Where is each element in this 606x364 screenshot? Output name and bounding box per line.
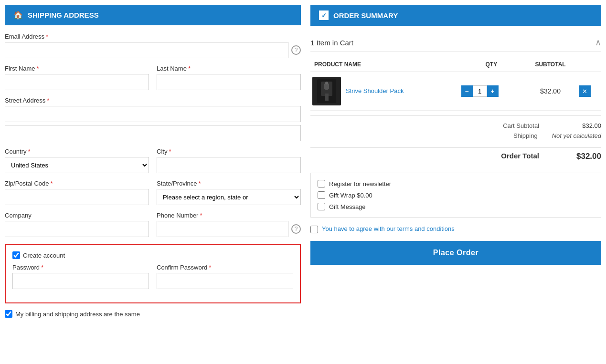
- password-group: Password*: [12, 264, 149, 289]
- email-input[interactable]: [5, 42, 288, 58]
- svg-rect-2: [325, 94, 329, 101]
- billing-same-label[interactable]: My billing and shipping address are the …: [5, 310, 301, 318]
- subtotals-section: Cart Subtotal $32.00 Shipping Not yet ca…: [310, 115, 601, 146]
- cart-subtotal-value: $32.00: [553, 122, 601, 129]
- zip-input[interactable]: [5, 189, 149, 205]
- order-summary-header: ✓ ORDER SUMMARY: [310, 5, 601, 26]
- company-input[interactable]: [5, 221, 149, 237]
- country-select[interactable]: United States: [5, 157, 149, 173]
- street-address-input-1[interactable]: [5, 106, 301, 122]
- product-image: [317, 79, 336, 103]
- terms-text: You have to agree with our terms and con…: [322, 225, 455, 232]
- last-name-label: Last Name*: [157, 65, 301, 72]
- company-group: Company: [5, 212, 149, 237]
- first-name-label: First Name*: [5, 65, 149, 72]
- first-name-input[interactable]: [5, 74, 149, 90]
- country-label: Country*: [5, 148, 149, 155]
- state-group: State/Province* Please select a region, …: [157, 180, 301, 205]
- street-address-label: Street Address*: [5, 97, 301, 104]
- remove-item-button[interactable]: ✕: [579, 85, 591, 97]
- newsletter-option: Register for newsletter: [318, 180, 594, 187]
- qty-control: − +: [461, 85, 521, 97]
- giftmessage-checkbox[interactable]: [318, 203, 325, 210]
- order-table: PRODUCT NAME QTY SUBTOTAL: [310, 57, 601, 111]
- first-name-group: First Name*: [5, 65, 149, 90]
- billing-same-checkbox[interactable]: [5, 310, 12, 318]
- order-total-label: Order Total: [482, 152, 539, 161]
- col-subtotal: SUBTOTAL: [523, 57, 577, 72]
- product-thumbnail: [312, 77, 341, 105]
- email-input-wrapper: ?: [5, 42, 301, 58]
- confirm-password-group: Confirm Password*: [157, 264, 293, 289]
- qty-decrease-button[interactable]: −: [461, 85, 473, 97]
- shipping-address-title: SHIPPING ADDRESS: [28, 11, 99, 19]
- email-help-icon[interactable]: ?: [291, 45, 301, 55]
- country-group: Country* United States: [5, 148, 149, 173]
- terms-row: You have to agree with our terms and con…: [310, 225, 601, 233]
- city-group: City*: [157, 148, 301, 173]
- cart-count-label: 1 Item in Cart: [310, 39, 353, 47]
- billing-same-text: My billing and shipping address are the …: [15, 311, 140, 318]
- phone-help-icon[interactable]: ?: [291, 224, 301, 234]
- place-order-button[interactable]: Place Order: [310, 241, 601, 265]
- phone-input-wrapper: ?: [157, 221, 301, 237]
- shipping-value: Not yet calculated: [552, 132, 601, 139]
- order-total-row: Order Total $32.00: [310, 147, 601, 165]
- create-account-label-text: Create account: [23, 252, 65, 259]
- newsletter-label: Register for newsletter: [329, 180, 391, 187]
- home-icon: 🏠: [13, 10, 23, 20]
- password-label: Password*: [12, 264, 149, 271]
- order-total-value: $32.00: [553, 152, 601, 161]
- zip-group: Zip/Postal Code*: [5, 180, 149, 205]
- city-label: City*: [157, 148, 301, 155]
- terms-checkbox[interactable]: [310, 226, 318, 233]
- col-product: PRODUCT NAME: [310, 57, 459, 72]
- options-box: Register for newsletter Gift Wrap $0.00 …: [310, 173, 601, 218]
- last-name-group: Last Name*: [157, 65, 301, 90]
- state-label: State/Province*: [157, 180, 301, 187]
- name-row: First Name* Last Name*: [5, 65, 301, 97]
- password-input[interactable]: [12, 273, 149, 289]
- product-price: $32.00: [540, 87, 561, 95]
- street-address-input-2[interactable]: [5, 125, 301, 141]
- create-account-checkbox[interactable]: [12, 251, 20, 259]
- country-city-row: Country* United States City*: [5, 148, 301, 180]
- create-account-checkbox-label[interactable]: Create account: [12, 251, 293, 259]
- phone-group: Phone Number* ?: [157, 212, 301, 237]
- zip-state-row: Zip/Postal Code* State/Province* Please …: [5, 180, 301, 212]
- create-account-box: Create account Password* Confirm Passwor…: [5, 244, 301, 303]
- phone-input[interactable]: [157, 221, 288, 237]
- left-panel: 🏠 SHIPPING ADDRESS Email Address* ? Firs…: [5, 5, 301, 359]
- password-row: Password* Confirm Password*: [12, 264, 293, 296]
- product-remove-cell: ✕: [577, 72, 601, 111]
- giftwrap-label: Gift Wrap $0.00: [329, 192, 372, 199]
- qty-input[interactable]: [473, 85, 487, 97]
- confirm-password-input[interactable]: [157, 273, 293, 289]
- newsletter-checkbox[interactable]: [318, 180, 325, 187]
- col-qty: QTY: [459, 57, 523, 72]
- giftmessage-option: Gift Message: [318, 203, 594, 210]
- shipping-row: Shipping Not yet calculated: [310, 131, 601, 141]
- qty-increase-button[interactable]: +: [487, 85, 499, 97]
- col-remove: [577, 57, 601, 72]
- company-label: Company: [5, 212, 149, 219]
- confirm-password-label: Confirm Password*: [157, 264, 293, 271]
- giftwrap-option: Gift Wrap $0.00: [318, 191, 594, 199]
- terms-link[interactable]: You have to agree with our terms and con…: [322, 225, 455, 232]
- giftwrap-checkbox[interactable]: [318, 191, 325, 199]
- product-name-link[interactable]: Strive Shoulder Pack: [346, 87, 404, 95]
- product-price-cell: $32.00: [523, 72, 577, 111]
- last-name-input[interactable]: [157, 74, 301, 90]
- state-select[interactable]: Please select a region, state or: [157, 189, 301, 205]
- cart-subtotal-label: Cart Subtotal: [482, 122, 539, 129]
- city-input[interactable]: [157, 157, 301, 173]
- cart-count-row: 1 Item in Cart ∧: [310, 33, 601, 52]
- order-summary-title: ORDER SUMMARY: [333, 11, 398, 20]
- zip-label: Zip/Postal Code*: [5, 180, 149, 187]
- company-phone-row: Company Phone Number* ?: [5, 212, 301, 244]
- order-item-row: Strive Shoulder Pack − + $32.00: [310, 72, 601, 111]
- street-address-group: Street Address*: [5, 97, 301, 141]
- product-qty-cell: − +: [459, 72, 523, 111]
- cart-collapse-icon[interactable]: ∧: [595, 37, 601, 48]
- cart-subtotal-row: Cart Subtotal $32.00: [310, 121, 601, 131]
